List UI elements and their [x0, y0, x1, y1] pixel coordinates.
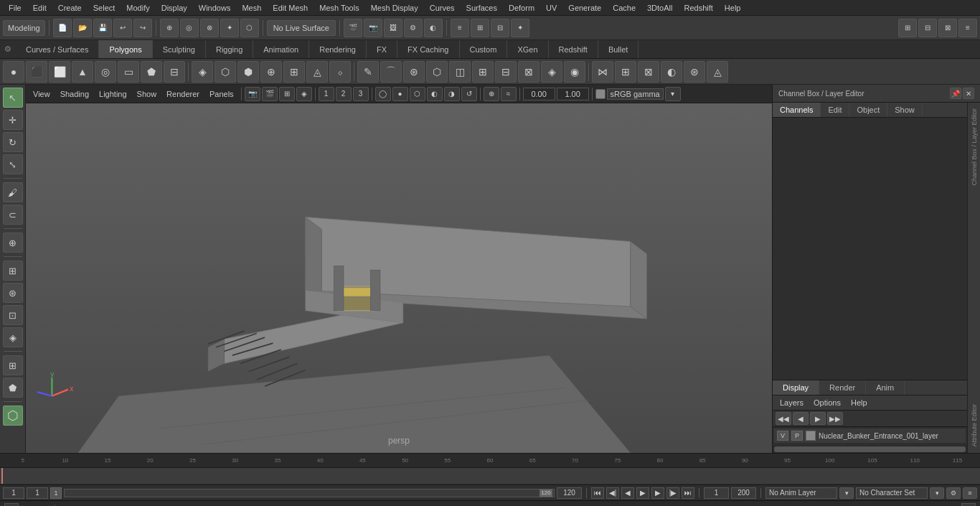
shelf-mesh-5[interactable]: ⊟: [495, 61, 517, 83]
menu-display[interactable]: Display: [156, 2, 193, 14]
tab-edit[interactable]: Edit: [821, 103, 849, 117]
vp-gamma-arrow[interactable]: ▾: [665, 87, 681, 101]
shelf-curve-2[interactable]: ⌒: [380, 61, 402, 83]
shelf-curve-1[interactable]: ✎: [357, 61, 379, 83]
attribute-editor-vtab[interactable]: Attribute Editor: [969, 398, 979, 453]
next-key-btn[interactable]: |▶: [666, 487, 679, 499]
prev-key-btn[interactable]: ◀|: [606, 487, 619, 499]
scale-tool[interactable]: ⤡: [3, 154, 23, 174]
menu-curves[interactable]: Curves: [424, 2, 461, 14]
menu-cache[interactable]: Cache: [607, 2, 641, 14]
layers-help[interactable]: Help: [848, 397, 870, 408]
layers-prev-page[interactable]: ◀: [793, 412, 809, 425]
layer-color-swatch[interactable]: [806, 431, 816, 441]
shelf-sphere[interactable]: ●: [3, 61, 24, 83]
menu-mesh-tools[interactable]: Mesh Tools: [314, 2, 364, 14]
layer-playback[interactable]: P: [791, 431, 803, 441]
layout-btn-4[interactable]: ≡: [958, 19, 977, 37]
vp-renderer-menu[interactable]: Renderer: [162, 88, 204, 100]
tab-rigging[interactable]: Rigging: [206, 40, 253, 58]
redo-button[interactable]: ↪: [133, 19, 152, 37]
char-set-btn-1[interactable]: ⚙: [946, 487, 961, 499]
layers-scrollbar[interactable]: [773, 446, 967, 453]
layer-visibility[interactable]: V: [777, 431, 788, 441]
tab-channels[interactable]: Channels: [773, 103, 821, 117]
shelf-mesh-2[interactable]: ⬡: [426, 61, 448, 83]
vp-film-icon[interactable]: 🎬: [262, 87, 278, 101]
range-end-box[interactable]: 120: [540, 489, 552, 497]
tab-sculpting[interactable]: Sculpting: [153, 40, 206, 58]
vp-panels-menu[interactable]: Panels: [205, 88, 238, 100]
vp-shade-3[interactable]: ⬡: [410, 87, 425, 101]
menu-file[interactable]: File: [3, 2, 27, 14]
tab-fx-caching[interactable]: FX Caching: [397, 40, 459, 58]
next-frame-btn[interactable]: ▶: [651, 487, 664, 499]
frame-indicator-box[interactable]: 1: [50, 487, 62, 499]
layers-menu-label[interactable]: Layers: [777, 397, 806, 408]
menu-redshift[interactable]: Redshift: [678, 2, 718, 14]
shelf-deform-2[interactable]: ⊞: [615, 61, 636, 83]
rotate-tool[interactable]: ↻: [3, 132, 23, 152]
shelf-pipe[interactable]: ⊟: [164, 61, 185, 83]
vp-show-menu[interactable]: Show: [133, 88, 161, 100]
move-tool[interactable]: ✛: [3, 110, 23, 130]
menu-create[interactable]: Create: [52, 2, 88, 14]
vp-wireframe-icon[interactable]: ◈: [296, 87, 312, 101]
vp-scale-input[interactable]: [557, 88, 589, 100]
right-panel-close[interactable]: ✕: [963, 88, 974, 99]
lasso-tool[interactable]: ⊂: [3, 205, 23, 225]
layers-next-btn[interactable]: ▶▶: [827, 412, 843, 425]
character-set-arrow[interactable]: ▾: [930, 487, 944, 499]
shelf-poly-7[interactable]: ⬦: [329, 61, 351, 83]
tab-redshift[interactable]: Redshift: [549, 40, 598, 58]
vp-camera-icon[interactable]: 📷: [245, 87, 260, 101]
channel-box-vtab[interactable]: Channel Box / Layer Editor: [969, 103, 979, 192]
shelf-mesh-8[interactable]: ◉: [564, 61, 585, 83]
shelf-mesh-4[interactable]: ⊞: [472, 61, 494, 83]
right-panel-pin[interactable]: 📌: [950, 88, 961, 99]
shelf-poly-3[interactable]: ⬢: [237, 61, 259, 83]
snap-surface[interactable]: ◈: [3, 327, 23, 347]
range-end-input[interactable]: [557, 487, 582, 499]
layer-row[interactable]: V P Nuclear_Bunker_Entrance_001_layer: [774, 428, 966, 443]
tb-extra-2[interactable]: ⊞: [471, 19, 489, 37]
render-icon-5[interactable]: ◐: [424, 19, 443, 37]
vp-shade-1[interactable]: ◯: [375, 87, 391, 101]
snap-curve[interactable]: ⊛: [3, 283, 23, 303]
menu-uv[interactable]: UV: [540, 2, 562, 14]
start-frame-input[interactable]: [3, 487, 24, 499]
shelf-cone[interactable]: ▲: [72, 61, 93, 83]
live-surface-button[interactable]: No Live Surface: [267, 20, 336, 36]
menu-windows[interactable]: Windows: [193, 2, 237, 14]
render-icon-1[interactable]: 🎬: [344, 19, 362, 37]
scrollbar-thumb[interactable]: [774, 446, 966, 452]
shelf-deform-1[interactable]: ⋈: [592, 61, 613, 83]
selection-mask[interactable]: ⬟: [3, 378, 23, 398]
vp-shade-4[interactable]: ◐: [427, 87, 443, 101]
tab-show[interactable]: Show: [887, 103, 923, 117]
transform-icon-3[interactable]: ⊗: [200, 19, 219, 37]
menu-deform[interactable]: Deform: [503, 2, 540, 14]
play-end-btn[interactable]: ⏭: [682, 487, 694, 499]
anim-layer-dropdown[interactable]: No Anim Layer: [765, 487, 837, 499]
vp-shade-6[interactable]: ↺: [461, 87, 477, 101]
menu-surfaces[interactable]: Surfaces: [461, 2, 503, 14]
shelf-deform-3[interactable]: ⊠: [638, 61, 659, 83]
tb-extra-4[interactable]: ✦: [511, 19, 529, 37]
vp-shade-2[interactable]: ●: [392, 87, 408, 101]
vp-snap-cam[interactable]: ⊕: [484, 87, 499, 101]
menu-generate[interactable]: Generate: [562, 2, 607, 14]
vp-grid-icon[interactable]: ⊞: [279, 87, 295, 101]
shelf-plane[interactable]: ▭: [118, 61, 139, 83]
menu-edit-mesh[interactable]: Edit Mesh: [267, 2, 314, 14]
snap-grid[interactable]: ⊞: [3, 261, 23, 281]
menu-mesh-display[interactable]: Mesh Display: [365, 2, 424, 14]
char-set-btn-2[interactable]: ≡: [963, 487, 977, 499]
tab-render[interactable]: Render: [819, 380, 866, 395]
mode-dropdown[interactable]: Modeling: [3, 20, 45, 36]
shelf-mesh-7[interactable]: ◈: [541, 61, 562, 83]
shelf-cylinder[interactable]: ⬜: [49, 61, 70, 83]
shelf-torus[interactable]: ◎: [95, 61, 116, 83]
menu-3dtoall[interactable]: 3DtoAll: [641, 2, 678, 14]
vp-lighting-menu[interactable]: Lighting: [95, 88, 131, 100]
